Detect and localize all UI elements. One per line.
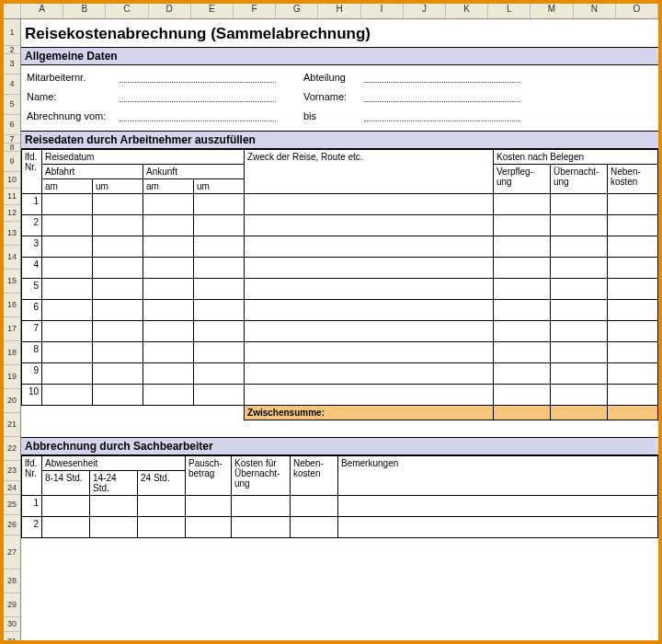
cell-abfahrt-am[interactable]: [42, 215, 93, 236]
row-23[interactable]: 23: [4, 461, 20, 481]
cell-ankunft-um[interactable]: [194, 236, 245, 258]
col-L[interactable]: L: [488, 4, 531, 18]
cell-abfahrt-am[interactable]: [42, 363, 93, 385]
cell-zweck[interactable]: [245, 342, 494, 363]
cell-ankunft-um[interactable]: [194, 321, 245, 342]
cell-bemerk[interactable]: [338, 496, 658, 517]
cell-zweck[interactable]: [245, 258, 494, 279]
cell-pausch[interactable]: [186, 496, 232, 517]
cell-verpflegung[interactable]: [493, 321, 550, 342]
col-J[interactable]: J: [404, 4, 446, 18]
cell-ankunft-am[interactable]: [143, 236, 194, 258]
cell-abfahrt-um[interactable]: [93, 321, 143, 342]
cell-neben[interactable]: [291, 517, 338, 538]
cell-ankunft-um[interactable]: [194, 194, 245, 215]
col-K[interactable]: K: [446, 4, 488, 18]
cell-zweck[interactable]: [245, 363, 494, 385]
row-13[interactable]: 13: [4, 222, 20, 246]
cell-ankunft-am[interactable]: [143, 300, 194, 321]
cell-abfahrt-um[interactable]: [93, 342, 143, 363]
cell-pausch[interactable]: [186, 517, 232, 538]
cell-verpflegung[interactable]: [493, 279, 550, 300]
cell-14-24[interactable]: [90, 496, 138, 517]
cell-zweck[interactable]: [245, 321, 494, 342]
cell-zweck[interactable]: [245, 194, 494, 215]
col-I[interactable]: I: [361, 4, 404, 18]
cell-14-24[interactable]: [90, 517, 138, 538]
cell-ankunft-um[interactable]: [194, 385, 245, 406]
cell-ankunft-am[interactable]: [143, 321, 194, 342]
cell-zweck[interactable]: [245, 385, 494, 406]
cell-ankunft-um[interactable]: [194, 215, 245, 236]
cell-ankunft-um[interactable]: [194, 363, 245, 385]
cell-abfahrt-am[interactable]: [42, 236, 93, 258]
field-vorname[interactable]: [364, 88, 520, 102]
cell-neben[interactable]: [291, 496, 338, 517]
cell-kost-ueb[interactable]: [232, 517, 291, 538]
cell-verpflegung[interactable]: [493, 385, 550, 406]
field-name[interactable]: [120, 88, 276, 102]
row-12[interactable]: 12: [4, 205, 20, 222]
cell-verpflegung[interactable]: [493, 236, 550, 258]
col-D[interactable]: D: [149, 4, 191, 18]
row-1[interactable]: 1: [4, 19, 20, 46]
col-C[interactable]: C: [106, 4, 148, 18]
cell-uebernachtung[interactable]: [550, 300, 607, 321]
cell-verpflegung[interactable]: [493, 342, 550, 363]
row-3[interactable]: 3: [4, 54, 20, 75]
cell-nebenkosten[interactable]: [607, 300, 657, 321]
cell-uebernachtung[interactable]: [550, 236, 607, 258]
cell-uebernachtung[interactable]: [550, 215, 607, 236]
cell-abfahrt-um[interactable]: [93, 385, 143, 406]
field-abteilung[interactable]: [364, 69, 520, 83]
cell-ankunft-am[interactable]: [143, 194, 194, 215]
cell-verpflegung[interactable]: [493, 258, 550, 279]
cell-24[interactable]: [138, 517, 186, 538]
cell-uebernachtung[interactable]: [550, 342, 607, 363]
cell-nebenkosten[interactable]: [607, 342, 657, 363]
sheet-content[interactable]: Reisekostenabrechnung (Sammelabrechnung)…: [21, 19, 658, 640]
cell-ankunft-am[interactable]: [143, 215, 194, 236]
cell-uebernachtung[interactable]: [550, 363, 607, 385]
cell-ankunft-am[interactable]: [143, 258, 194, 279]
cell-ankunft-am[interactable]: [143, 363, 194, 385]
cell-abfahrt-am[interactable]: [42, 300, 93, 321]
cell-nebenkosten[interactable]: [607, 236, 657, 258]
col-G[interactable]: G: [276, 4, 318, 18]
cell-zweck[interactable]: [245, 215, 494, 236]
cell-nebenkosten[interactable]: [607, 363, 657, 385]
row-2[interactable]: 2: [4, 46, 20, 54]
cell-abfahrt-am[interactable]: [42, 258, 93, 279]
cell-abfahrt-am[interactable]: [42, 385, 93, 406]
row-30[interactable]: 30: [4, 617, 20, 632]
row-17[interactable]: 17: [4, 317, 20, 341]
cell-abfahrt-um[interactable]: [93, 258, 143, 279]
cell-uebernachtung[interactable]: [550, 194, 607, 215]
cell-verpflegung[interactable]: [493, 300, 550, 321]
cell-abfahrt-um[interactable]: [93, 215, 143, 236]
col-E[interactable]: E: [191, 4, 234, 18]
row-28[interactable]: 28: [4, 569, 20, 593]
cell-uebernachtung[interactable]: [550, 279, 607, 300]
cell-zweck[interactable]: [245, 236, 494, 258]
row-29[interactable]: 29: [4, 593, 20, 617]
cell-ankunft-am[interactable]: [143, 342, 194, 363]
field-abrechnung-vom[interactable]: [120, 108, 276, 121]
col-O[interactable]: O: [616, 4, 658, 18]
cell-nebenkosten[interactable]: [607, 194, 657, 215]
cell-bemerk[interactable]: [338, 517, 658, 538]
row-8[interactable]: 8: [4, 144, 20, 152]
row-15[interactable]: 15: [4, 270, 20, 293]
cell-abfahrt-am[interactable]: [42, 321, 93, 342]
cell-kost-ueb[interactable]: [232, 496, 291, 517]
row-4[interactable]: 4: [4, 75, 20, 95]
cell-nebenkosten[interactable]: [607, 385, 657, 406]
row-26[interactable]: 26: [4, 515, 20, 535]
row-9[interactable]: 9: [4, 152, 20, 172]
row-24[interactable]: 24: [4, 481, 20, 495]
row-31[interactable]: 31: [4, 632, 20, 640]
cell-uebernachtung[interactable]: [550, 385, 607, 406]
cell-abfahrt-um[interactable]: [93, 363, 143, 385]
cell-uebernachtung[interactable]: [550, 321, 607, 342]
col-A[interactable]: A: [21, 4, 63, 18]
